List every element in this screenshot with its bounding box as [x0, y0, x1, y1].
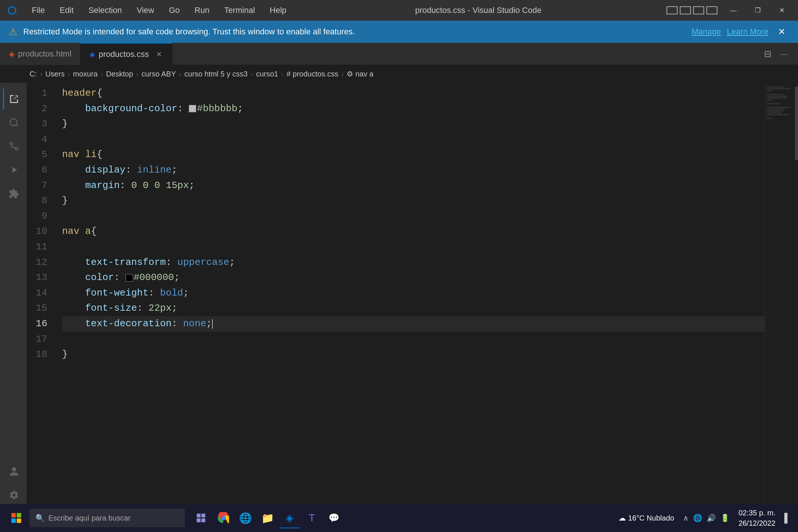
extensions-activity-icon[interactable]: [3, 183, 24, 204]
code-line: }: [62, 193, 765, 209]
chrome-taskbar-button[interactable]: [213, 508, 233, 528]
breadcrumb-item[interactable]: C:: [30, 70, 37, 78]
learn-more-link[interactable]: Learn More: [727, 27, 768, 37]
close-button[interactable]: ✕: [774, 4, 791, 17]
breadcrumb-separator: ›: [40, 70, 42, 78]
start-button[interactable]: [6, 508, 27, 528]
breadcrumb-item[interactable]: # productos.css: [287, 70, 338, 78]
tab-html-icon: ◈: [9, 50, 14, 58]
breadcrumb-item[interactable]: Users: [45, 70, 65, 78]
layout-icon-1[interactable]: [666, 6, 678, 14]
menu-item-run[interactable]: Run: [191, 4, 213, 17]
clock[interactable]: 02:35 p. m. 26/12/2022: [734, 508, 780, 528]
editor-area: 123456789101112131415161718header{ backg…: [27, 83, 765, 511]
breadcrumb-item[interactable]: Desktop: [106, 70, 133, 78]
clock-date: 26/12/2022: [739, 518, 775, 528]
account-activity-icon[interactable]: [3, 461, 24, 482]
tab-close-button[interactable]: ✕: [155, 50, 163, 59]
code-editor[interactable]: 123456789101112131415161718header{ backg…: [27, 83, 765, 511]
token-punctuation: :: [114, 270, 120, 286]
breadcrumb-item[interactable]: moxura: [73, 70, 98, 78]
menu-item-file[interactable]: File: [28, 4, 48, 17]
breadcrumb-item[interactable]: ⚙ nav a: [347, 69, 373, 78]
token-plain: [171, 255, 177, 270]
weather-widget[interactable]: ☁ 16°C Nublado: [614, 514, 679, 522]
line-number: 7: [27, 178, 47, 194]
breadcrumb-separator: ›: [281, 70, 284, 78]
menu-item-selection[interactable]: Selection: [85, 4, 126, 17]
code-line: margin: 0 0 0 15px;: [62, 178, 765, 194]
token-value-keyword: bold: [160, 286, 183, 301]
messenger-taskbar-button[interactable]: 💬: [324, 508, 344, 528]
svg-point-0: [10, 119, 17, 126]
breadcrumb-item[interactable]: curso1: [256, 70, 278, 78]
token-plain: [154, 286, 160, 301]
source-control-activity-icon[interactable]: [3, 136, 24, 157]
arrow-up-icon[interactable]: ∧: [682, 512, 690, 524]
maximize-button[interactable]: ❐: [749, 4, 766, 17]
tab-productos-html[interactable]: ◈ productos.html: [0, 43, 81, 65]
token-punctuation: ;: [229, 255, 235, 270]
window-title: productos.css - Visual Studio Code: [415, 6, 542, 15]
breadcrumb-separator: ›: [100, 70, 103, 78]
edge-taskbar-button[interactable]: 🌐: [235, 508, 256, 528]
vscode-taskbar-icon: ◈: [283, 511, 297, 525]
menu-item-go[interactable]: Go: [165, 4, 183, 17]
tab-bar-actions: ⊟ ···: [763, 47, 798, 61]
token-punctuation: }: [62, 116, 68, 132]
restricted-banner: ⚠ Restricted Mode is intended for safe c…: [0, 21, 798, 43]
banner-close-button[interactable]: ✕: [774, 25, 789, 38]
code-content[interactable]: header{ background-color: #bbbbbb;}nav l…: [56, 86, 765, 508]
line-number: 9: [27, 209, 47, 224]
breadcrumb-item[interactable]: curso ABY: [141, 70, 176, 78]
token-selector: nav a: [62, 224, 91, 239]
battery-icon[interactable]: 🔋: [719, 512, 731, 524]
code-line: nav li{: [62, 147, 765, 163]
network-icon[interactable]: 🌐: [692, 512, 704, 524]
layout-icon-3[interactable]: [693, 6, 704, 14]
token-punctuation: :: [166, 255, 172, 270]
svg-rect-6: [17, 518, 21, 523]
code-line: [62, 332, 765, 347]
token-value-unit: 22px: [149, 301, 171, 316]
menu-item-terminal[interactable]: Terminal: [221, 4, 259, 17]
taskbar-search[interactable]: 🔍 Escribe aquí para buscar: [30, 509, 185, 527]
token-plain: [62, 163, 85, 178]
explorer-activity-icon[interactable]: [3, 89, 24, 109]
tab-productos-css[interactable]: ◈ productos.css ✕: [81, 43, 173, 65]
task-view-button[interactable]: [191, 508, 211, 528]
menu-item-help[interactable]: Help: [266, 4, 290, 17]
search-activity-icon[interactable]: [3, 112, 24, 133]
manage-link[interactable]: Manage: [692, 27, 721, 37]
menu-item-view[interactable]: View: [133, 4, 158, 17]
minimize-button[interactable]: —: [725, 4, 742, 17]
token-punctuation: :: [149, 286, 154, 301]
more-actions-icon[interactable]: ···: [779, 47, 789, 61]
edge-taskbar-icon: 🌐: [238, 511, 252, 525]
line-number: 10: [27, 224, 47, 239]
token-punctuation: :: [120, 178, 126, 194]
code-line: background-color: #bbbbbb;: [62, 101, 765, 117]
split-editor-icon[interactable]: ⊟: [763, 47, 773, 61]
token-punctuation: :: [171, 316, 177, 332]
explorer-taskbar-button[interactable]: 📁: [257, 508, 278, 528]
code-line: }: [62, 116, 765, 132]
teams-taskbar-button[interactable]: T: [301, 508, 322, 528]
layout-icon-4[interactable]: [706, 6, 717, 14]
run-debug-activity-icon[interactable]: [3, 160, 24, 180]
settings-activity-icon[interactable]: [3, 485, 24, 505]
breadcrumb-separator: ›: [136, 70, 139, 78]
show-desktop-button[interactable]: ▌: [783, 511, 792, 525]
minimap-content: [765, 83, 798, 123]
sound-icon[interactable]: 🔊: [705, 512, 717, 524]
scrollbar-thumb[interactable]: [795, 86, 798, 160]
menu-item-edit[interactable]: Edit: [56, 4, 77, 17]
main-layout: 123456789101112131415161718header{ backg…: [0, 83, 798, 511]
token-punctuation: :: [177, 101, 183, 117]
token-property: font-size: [85, 301, 137, 316]
layout-icon-2[interactable]: [680, 6, 691, 14]
svg-rect-5: [11, 518, 16, 523]
breadcrumb-item[interactable]: curso html 5 y css3: [184, 70, 248, 78]
vscode-taskbar-button[interactable]: ◈: [279, 508, 300, 528]
token-plain: [62, 301, 85, 316]
